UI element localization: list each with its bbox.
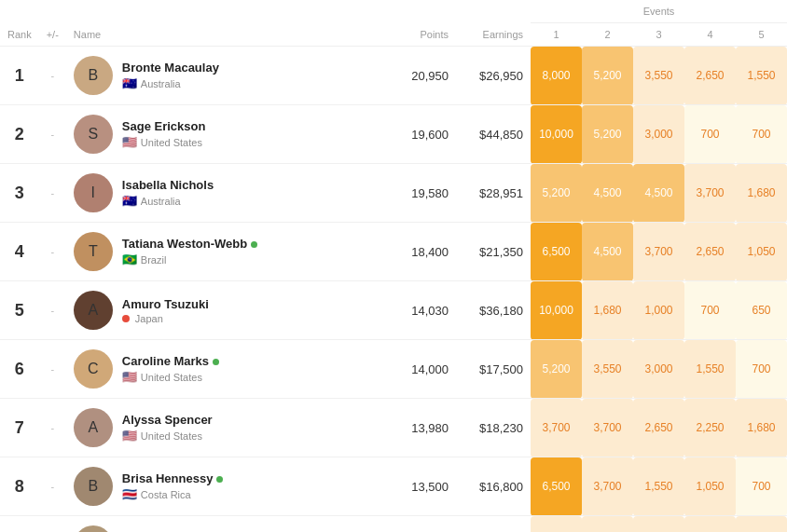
event-score-2: 1,680 [582,281,633,340]
event-score-1: 6,500 [531,223,582,281]
rank-number: 6 [0,340,39,399]
event-score-4: 2,250 [684,399,736,457]
points-value: 19,600 [391,105,456,164]
col-rank: Rank [0,23,39,47]
points-value: 13,980 [391,399,456,457]
country-row: 🇦🇺 Australia [122,76,219,90]
event-score-3: 3,700 [633,223,684,281]
avatar: S [74,115,113,154]
name-country-block: Amuro Tsuzuki Japan [122,297,209,324]
event-score-3: 1,000 [633,281,684,340]
country-name: United States [141,137,202,148]
event-score-5: 1,680 [736,164,787,223]
rank-number: 8 [0,457,39,516]
name-country-block: Bronte Macaulay 🇦🇺 Australia [122,61,219,90]
event-score-4: 1,550 [684,340,736,399]
event-score-1: 3,700 [531,516,582,533]
athlete-name: Bronte Macaulay [122,61,219,75]
rank-change: - [39,340,66,399]
table-row: 6 - C Caroline Marks 🇺🇸 United States 14… [0,340,787,399]
earnings-value: $36,180 [456,281,531,340]
event-score-3: 3,000 [633,340,684,399]
event-score-1: 10,000 [531,105,582,164]
event-score-2: 3,550 [582,516,633,533]
rank-change: - [39,47,66,105]
athlete-name-cell: B Brisa Hennessy 🇨🇷 Costa Rica [66,457,391,516]
online-indicator [251,241,257,248]
earnings-value: $21,350 [456,223,531,281]
points-value: 13,500 [391,457,456,516]
flag-icon: 🇺🇸 [122,135,137,149]
col-points: Points [391,23,456,47]
name-country-block: Brisa Hennessy 🇨🇷 Costa Rica [122,471,224,501]
event-score-4: 1,550 [684,516,736,533]
table-row: 8 - B Brisa Hennessy 🇨🇷 Costa Rica 13,50… [0,457,787,516]
athlete-name: Alyssa Spencer [122,413,213,427]
event-score-5: 1,550 [736,47,787,105]
table-row: 4 - T Tatiana Weston-Webb 🇧🇷 Brazil 18,4… [0,223,787,281]
flag-icon [122,315,130,322]
flag-icon: 🇺🇸 [122,429,137,443]
country-row: 🇧🇷 Brazil [122,252,257,266]
rank-change: - [39,457,66,516]
rankings-table: Events Rank +/- Name Points Earnings 1 2… [0,0,787,532]
event-score-1: 10,000 [531,281,582,340]
event-score-2: 4,500 [582,223,633,281]
country-name: Australia [141,78,181,89]
table-row: 7 - A Alyssa Spencer 🇺🇸 United States 13… [0,399,787,457]
country-name: Brazil [141,254,167,266]
event-score-5: 650 [736,281,787,340]
athlete-name: Isabella Nichols [122,178,214,192]
country-name: Japan [135,313,163,324]
col-e4: 4 [684,23,736,47]
avatar: C [74,349,113,389]
athlete-name-cell: S Sage Erickson 🇺🇸 United States [66,105,391,164]
athlete-name: Tatiana Weston-Webb [122,237,257,251]
country-name: Australia [141,196,181,207]
event-score-2: 5,200 [582,105,633,164]
event-score-1: 5,200 [531,164,582,223]
rank-change: - [39,105,66,164]
earnings-value: $28,951 [456,164,531,223]
event-score-2: 3,700 [582,457,633,516]
athlete-name: Sage Erickson [122,119,206,133]
col-e3: 3 [633,23,684,47]
event-score-4: 1,050 [684,457,736,516]
flag-icon: 🇦🇺 [122,76,137,90]
athlete-name-cell: I Isabella Nichols 🇦🇺 Australia [66,164,391,223]
earnings-value: $17,500 [456,340,531,399]
col-e5: 5 [736,23,787,47]
name-country-block: Isabella Nichols 🇦🇺 Australia [122,178,214,208]
table-row: 9 - Z Zahli Kelly 🇦🇺 Australia 13,060 $2… [0,516,787,533]
athlete-name-cell: C Caroline Marks 🇺🇸 United States [66,340,391,399]
country-row: 🇦🇺 Australia [122,194,214,208]
avatar: B [74,467,113,506]
event-score-3: 3,550 [633,47,684,105]
athlete-name: Caroline Marks [122,354,219,368]
event-score-5: 700 [736,340,787,399]
table-row: 2 - S Sage Erickson 🇺🇸 United States 19,… [0,105,787,164]
event-score-2: 5,200 [582,47,633,105]
name-country-block: Alyssa Spencer 🇺🇸 United States [122,413,213,443]
event-score-3: 2,650 [633,399,684,457]
avatar: A [74,291,113,330]
country-row: 🇺🇸 United States [122,429,213,443]
event-score-3: 3,000 [633,105,684,164]
event-score-2: 4,500 [582,164,633,223]
earnings-value: $23,326 [456,516,531,533]
points-value: 18,400 [391,223,456,281]
event-score-4: 3,700 [684,164,736,223]
online-indicator [213,359,219,365]
flag-icon: 🇦🇺 [122,194,137,208]
col-e1: 1 [531,23,582,47]
event-score-4: 2,650 [684,47,736,105]
athlete-name: Brisa Hennessy [122,471,224,485]
rank-number: 2 [0,105,39,164]
points-value: 14,030 [391,281,456,340]
country-name: Costa Rica [141,489,191,500]
event-score-2: 3,550 [582,340,633,399]
table-row: 1 - B Bronte Macaulay 🇦🇺 Australia 20,95… [0,47,787,105]
event-score-1: 6,500 [531,457,582,516]
name-country-block: Tatiana Weston-Webb 🇧🇷 Brazil [122,237,257,266]
athlete-name-cell: A Amuro Tsuzuki Japan [66,281,391,340]
